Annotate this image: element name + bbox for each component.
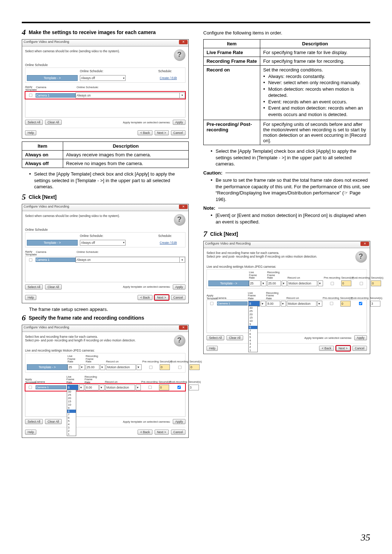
postrec-checkbox[interactable] (359, 302, 362, 305)
template-button[interactable]: Template - > (27, 240, 78, 246)
prerec-checkbox[interactable] (330, 302, 333, 305)
prerec-checkbox[interactable] (331, 282, 334, 285)
camera-row-name[interactable]: Camera 1 (36, 385, 66, 389)
select-all-button[interactable]: Select All (25, 419, 43, 424)
dropdown-option[interactable]: 15 (67, 400, 76, 403)
select-record-on[interactable]: Motion detection (106, 364, 136, 370)
apply-button[interactable]: Apply (173, 120, 185, 125)
chevron-down-icon[interactable]: ▾ (136, 364, 142, 370)
chevron-down-icon[interactable]: ▾ (100, 364, 105, 370)
clear-all-button[interactable]: Clear All (226, 335, 243, 340)
dropdown-option[interactable]: 25 (249, 309, 257, 313)
dropdown-option[interactable]: 1 (249, 349, 257, 352)
apply-template-checkbox[interactable] (29, 386, 32, 389)
camera-row-name[interactable]: Camera 1 (36, 93, 75, 98)
back-button[interactable]: < Back (138, 430, 152, 435)
chevron-down-icon[interactable]: ▾ (281, 301, 286, 307)
apply-button[interactable]: Apply (173, 419, 185, 424)
dropdown-option[interactable]: 2 (67, 429, 76, 432)
template-button[interactable]: Template - > (27, 75, 78, 81)
close-icon[interactable]: ✕ (179, 205, 188, 209)
dropdown-option[interactable]: 30 (249, 306, 257, 309)
apply-template-checkbox[interactable] (29, 258, 32, 262)
chevron-down-icon[interactable]: ▾ (318, 280, 323, 286)
chevron-down-icon[interactable]: ▾ (179, 93, 185, 98)
dropdown-option[interactable]: 8 (249, 326, 257, 329)
chevron-down-icon[interactable]: ▾ (80, 364, 85, 370)
chevron-down-icon[interactable]: ▾ (261, 280, 266, 286)
dropdown-option[interactable]: 9 (67, 406, 76, 410)
template-button[interactable]: Template - > (27, 364, 68, 370)
back-button[interactable]: < Back (138, 130, 152, 135)
select-all-button[interactable]: Select All (25, 120, 43, 125)
clear-all-button[interactable]: Clear All (45, 284, 62, 290)
select-record-on[interactable]: Motion detection (105, 385, 135, 390)
dropdown-option[interactable]: 30 (67, 390, 76, 393)
dropdown-live-fr-open[interactable]: 3025201510987654321 (67, 390, 76, 436)
apply-button[interactable]: Apply (173, 284, 185, 290)
dropdown-option[interactable]: 1 (67, 432, 76, 436)
dropdown-option[interactable]: 5 (67, 419, 76, 423)
dropdown-option[interactable]: 9 (249, 323, 257, 326)
template-button[interactable]: Template - > (208, 280, 249, 286)
postrec-seconds[interactable]: 0 (371, 280, 381, 286)
apply-template-checkbox[interactable] (29, 94, 32, 97)
postrec-seconds[interactable]: 0 (189, 364, 200, 370)
postrec-checkbox[interactable] (178, 366, 181, 369)
back-button[interactable]: < Back (319, 346, 334, 351)
dropdown-option[interactable]: 7 (67, 413, 76, 416)
dropdown-option[interactable]: 3 (67, 426, 76, 429)
dropdown-option[interactable]: 8 (67, 410, 76, 413)
select-online-schedule-template[interactable]: Always off▾ (80, 75, 126, 81)
close-icon[interactable]: ✕ (179, 40, 188, 44)
help-button[interactable]: Help (25, 130, 36, 135)
camera-row-name[interactable]: Camera 1 (36, 258, 75, 262)
create-edit-link[interactable]: Create / Edit (158, 241, 184, 245)
apply-button[interactable]: Apply (354, 335, 367, 340)
cancel-button[interactable]: Cancel (171, 295, 185, 300)
chevron-down-icon[interactable]: ▾ (179, 257, 185, 263)
dropdown-option[interactable]: 6 (67, 416, 76, 419)
back-button[interactable]: < Back (138, 295, 152, 300)
camera-row-name[interactable]: Camera 1 (217, 301, 248, 305)
dropdown-option[interactable]: 10 (67, 403, 76, 406)
postrec-checkbox[interactable] (177, 386, 181, 389)
dropdown-option[interactable]: 2 (249, 345, 257, 349)
postrec-seconds[interactable]: 3 (189, 385, 199, 390)
create-edit-link[interactable]: Create / Edit (158, 76, 184, 80)
prerec-seconds[interactable]: 0 (341, 280, 351, 286)
next-button[interactable]: Next > (155, 130, 169, 135)
dropdown-option[interactable]: 20 (67, 397, 76, 400)
dropdown-live-fr-open[interactable]: 3025201510987654321 (248, 306, 258, 352)
dropdown-option[interactable]: 5 (249, 336, 257, 339)
select-rec-fr[interactable]: 8.00 (85, 385, 99, 390)
close-icon[interactable]: ✕ (360, 242, 369, 246)
prerec-seconds[interactable]: 0 (159, 385, 169, 390)
next-button[interactable]: Next > (155, 430, 169, 435)
help-button[interactable]: Help (25, 295, 36, 300)
apply-template-checkbox[interactable] (210, 302, 213, 305)
chevron-down-icon[interactable]: ▾ (99, 385, 105, 390)
select-rec-fr[interactable]: 25.00 (267, 280, 281, 286)
select-all-button[interactable]: Select All (207, 335, 224, 340)
help-button[interactable]: Help (207, 346, 218, 351)
clear-all-button[interactable]: Clear All (45, 419, 62, 424)
dropdown-option[interactable]: 7 (249, 329, 257, 332)
close-icon[interactable]: ✕ (179, 325, 188, 330)
chevron-down-icon[interactable]: ▾ (282, 280, 287, 286)
dropdown-option[interactable]: 25 (67, 393, 76, 397)
chevron-down-icon[interactable]: ▾ (79, 385, 84, 390)
help-button[interactable]: Help (25, 430, 36, 435)
prerec-seconds[interactable]: 0 (160, 364, 170, 370)
cancel-button[interactable]: Cancel (352, 346, 367, 351)
select-online-schedule-template[interactable]: Always off▾ (80, 240, 126, 246)
select-camera-schedule[interactable]: Always on (75, 93, 179, 98)
select-rec-fr[interactable]: 25.00 (86, 364, 99, 370)
select-live-fr[interactable]: 25 (249, 280, 261, 286)
dropdown-option[interactable]: 20 (249, 313, 257, 316)
dropdown-option[interactable]: 15 (249, 316, 257, 319)
select-record-on[interactable]: Motion detection (287, 280, 317, 286)
dropdown-option[interactable]: 4 (249, 339, 257, 342)
postrec-seconds[interactable]: 3 (370, 301, 380, 307)
clear-all-button[interactable]: Clear All (45, 120, 62, 125)
